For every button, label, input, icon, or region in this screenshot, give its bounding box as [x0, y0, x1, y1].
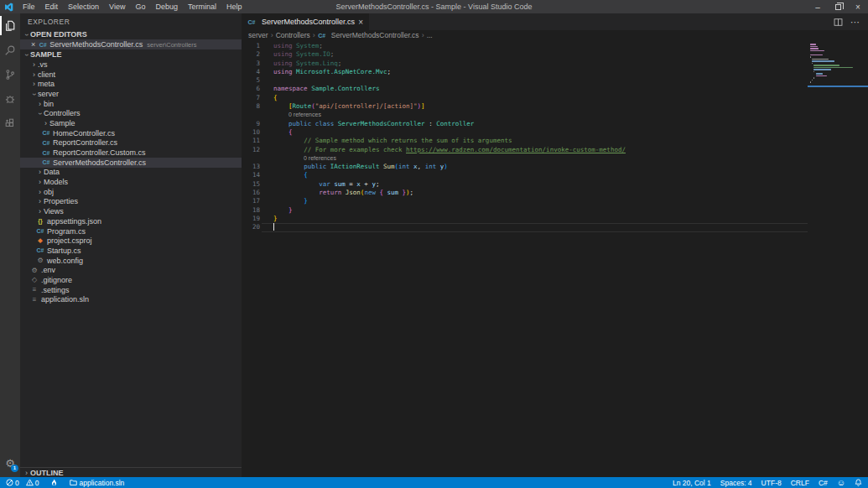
- solution-selector[interactable]: application.sln: [70, 479, 124, 487]
- code-line[interactable]: 16 return Json(new { sum });: [242, 189, 808, 197]
- tree-item-appsettings-json[interactable]: {}appsettings.json: [20, 216, 242, 226]
- folder-section[interactable]: › SAMPLE: [20, 49, 242, 60]
- line-number[interactable]: 11: [242, 137, 262, 145]
- cursor-position[interactable]: Ln 20, Col 1: [673, 479, 711, 487]
- line-number[interactable]: 10: [242, 128, 262, 137]
- code-line[interactable]: 1using System;: [242, 42, 808, 50]
- code-line[interactable]: 11 // Sample method which returns the su…: [242, 137, 808, 145]
- close-button[interactable]: ×: [848, 0, 868, 13]
- tree-item--gitignore[interactable]: ◇.gitignore: [20, 275, 242, 285]
- tree-item--env[interactable]: ⚙.env: [20, 265, 242, 275]
- line-number[interactable]: 2: [242, 50, 262, 59]
- tree-item-startup-cs[interactable]: C#Startup.cs: [20, 246, 242, 256]
- open-editors-section[interactable]: › OPEN EDITORS: [20, 29, 242, 39]
- menu-selection[interactable]: Selection: [63, 0, 104, 13]
- eol-sequence[interactable]: CRLF: [791, 479, 809, 487]
- code-line[interactable]: 9 public class ServerMethodsController :…: [242, 120, 808, 128]
- menu-debug[interactable]: Debug: [150, 0, 183, 13]
- line-number[interactable]: 15: [242, 180, 262, 189]
- tree-item-bin[interactable]: ›bin: [20, 99, 242, 109]
- line-number[interactable]: 8: [242, 102, 262, 111]
- code-line[interactable]: 5: [242, 76, 808, 85]
- minimap[interactable]: [808, 40, 868, 477]
- source-control-icon[interactable]: [0, 62, 20, 86]
- code-line[interactable]: 17 }: [242, 197, 808, 205]
- settings-gear-icon[interactable]: ⚙ 1: [0, 452, 20, 474]
- encoding[interactable]: UTF-8: [761, 479, 782, 487]
- more-actions-icon[interactable]: ⋯: [850, 17, 860, 28]
- breadcrumb[interactable]: server›Controllers›C#ServerMethodsContro…: [242, 30, 868, 40]
- line-number[interactable]: 16: [242, 189, 262, 197]
- line-number[interactable]: 7: [242, 94, 262, 102]
- indentation[interactable]: Spaces: 4: [720, 479, 752, 487]
- code-line[interactable]: 2using System.IO;: [242, 50, 808, 59]
- line-number[interactable]: 18: [242, 206, 262, 215]
- code-line[interactable]: 7{: [242, 94, 808, 102]
- tree-item-controllers[interactable]: ›Controllers: [20, 108, 242, 118]
- line-number[interactable]: 20: [242, 223, 262, 231]
- search-icon[interactable]: [0, 38, 20, 62]
- code-line[interactable]: 8 [Route("api/[controller]/[action]")]: [242, 102, 808, 111]
- codelens[interactable]: 0 references: [242, 111, 808, 119]
- tree-item-sample[interactable]: ›Sample: [20, 118, 242, 128]
- omnisharp-flame-icon[interactable]: [50, 479, 58, 486]
- code-line[interactable]: 4using Microsoft.AspNetCore.Mvc;: [242, 68, 808, 76]
- line-number[interactable]: 5: [242, 76, 262, 85]
- tab-close-icon[interactable]: ×: [358, 18, 363, 27]
- line-number[interactable]: 3: [242, 60, 262, 68]
- code-line[interactable]: 3using System.Linq;: [242, 60, 808, 68]
- code-editor[interactable]: 1using System;2using System.IO;3using Sy…: [242, 40, 808, 477]
- line-number[interactable]: 14: [242, 171, 262, 179]
- code-line[interactable]: 10 {: [242, 128, 808, 137]
- menu-go[interactable]: Go: [130, 0, 150, 13]
- debug-icon[interactable]: [0, 86, 20, 111]
- language-mode[interactable]: C#: [819, 479, 828, 487]
- breadcrumb-item[interactable]: ServerMethodsController.cs: [331, 31, 419, 39]
- tree-item-reportcontroller-cs[interactable]: C#ReportController.cs: [20, 138, 242, 148]
- tree-item-meta[interactable]: ›meta: [20, 79, 242, 89]
- tree-item-server[interactable]: ›server: [20, 89, 242, 99]
- extensions-icon[interactable]: [0, 111, 20, 135]
- tree-item--settings[interactable]: ≡.settings: [20, 285, 242, 295]
- tree-item-servermethodscontroller-cs[interactable]: C#ServerMethodsController.cs: [20, 158, 242, 168]
- tab-servermethodscontroller[interactable]: C# ServerMethodsController.cs ×: [242, 13, 369, 30]
- explorer-icon[interactable]: [0, 13, 20, 38]
- line-number[interactable]: 19: [242, 215, 262, 223]
- tree-item-obj[interactable]: ›obj: [20, 187, 242, 197]
- minimize-button[interactable]: –: [808, 0, 828, 13]
- line-number[interactable]: 6: [242, 85, 262, 93]
- line-number[interactable]: 12: [242, 146, 262, 154]
- line-number[interactable]: 17: [242, 197, 262, 205]
- tree-item-views[interactable]: ›Views: [20, 206, 242, 216]
- code-line[interactable]: 13 public IActionResult Sum(int x, int y…: [242, 163, 808, 171]
- menu-terminal[interactable]: Terminal: [183, 0, 221, 13]
- line-number[interactable]: 4: [242, 68, 262, 76]
- line-number[interactable]: 13: [242, 163, 262, 171]
- tree-item-models[interactable]: ›Models: [20, 177, 242, 187]
- menu-file[interactable]: File: [18, 0, 40, 13]
- tree-item-client[interactable]: ›client: [20, 70, 242, 80]
- problems-indicator[interactable]: 0 0: [6, 479, 39, 487]
- tree-item-program-cs[interactable]: C#Program.cs: [20, 226, 242, 236]
- line-number[interactable]: 9: [242, 120, 262, 128]
- tree-item-reportcontroller-custom-cs[interactable]: C#ReportController.Custom.cs: [20, 148, 242, 158]
- code-line[interactable]: 19}: [242, 215, 808, 223]
- line-number[interactable]: [242, 154, 262, 163]
- tree-item-homecontroller-cs[interactable]: C#HomeController.cs: [20, 128, 242, 138]
- tree-item-application-sln[interactable]: ≡application.sln: [20, 295, 242, 305]
- code-line[interactable]: 6namespace Sample.Controllers: [242, 85, 808, 93]
- notifications-bell-icon[interactable]: [855, 479, 862, 486]
- tree-item-web-config[interactable]: ⚙web.config: [20, 256, 242, 266]
- outline-section[interactable]: › OUTLINE: [20, 467, 242, 477]
- menu-edit[interactable]: Edit: [40, 0, 64, 13]
- tree-item-project-csproj[interactable]: ◆project.csproj: [20, 236, 242, 246]
- close-icon[interactable]: ×: [31, 40, 35, 49]
- code-line[interactable]: 14 {: [242, 171, 808, 179]
- line-number[interactable]: [242, 111, 262, 119]
- tree-item-properties[interactable]: ›Properties: [20, 197, 242, 207]
- menu-help[interactable]: Help: [221, 0, 247, 13]
- code-line[interactable]: 18 }: [242, 206, 808, 215]
- menu-view[interactable]: View: [104, 0, 130, 13]
- codelens[interactable]: 0 references: [242, 154, 808, 163]
- split-editor-icon[interactable]: [834, 18, 843, 27]
